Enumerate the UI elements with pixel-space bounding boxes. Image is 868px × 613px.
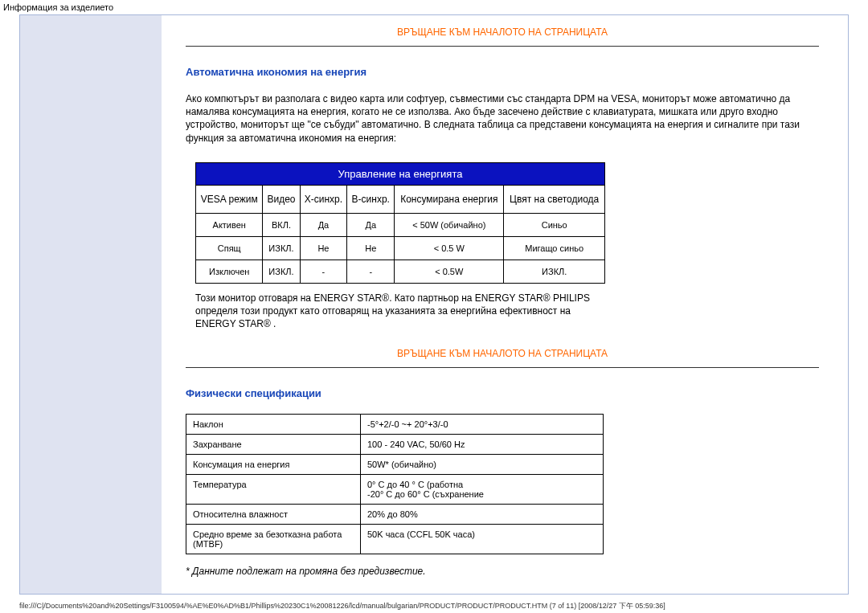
table-row: Изключен ИЗКЛ. - - < 0.5W ИЗКЛ.	[196, 260, 605, 283]
col-led: Цвят на светодиода	[504, 185, 605, 213]
col-hsync: Х-синхр.	[300, 185, 347, 213]
energy-heading: Автоматична икономия на енергия	[186, 66, 819, 78]
footer-url: file:///C|/Documents%20and%20Settings/F3…	[19, 601, 849, 611]
col-power: Консумирана енергия	[395, 185, 504, 213]
energy-paragraph: Ако компютърът ви разполага с видео карт…	[186, 92, 813, 145]
table-row: Средно време за безотказна работа (MTBF)…	[186, 525, 604, 554]
table-row: Относителна влажност 20% до 80%	[186, 505, 604, 525]
divider	[186, 367, 819, 368]
page-header: Информация за изделието	[0, 0, 868, 14]
col-vesa: VESA режим	[196, 185, 263, 213]
energy-table: Управление на енергията VESA режим Видео…	[195, 162, 605, 284]
table-row: Захранване 100 - 240 VAC, 50/60 Hz	[186, 435, 604, 455]
table-row: Спящ ИЗКЛ. Не Не < 0.5 W Мигащо синьо	[196, 236, 605, 260]
content-frame: ВРЪЩАНЕ КЪМ НАЧАЛОТО НА СТРАНИЦАТА Автом…	[19, 14, 849, 595]
col-vsync: В-синхр.	[347, 185, 395, 213]
divider	[186, 46, 819, 47]
back-to-top-label: ВРЪЩАНЕ КЪМ НАЧАЛОТО НА СТРАНИЦАТА	[397, 27, 608, 38]
table-row: Наклон -5°+2/-0 ~+ 20°+3/-0	[186, 415, 604, 435]
physical-spec-table: Наклон -5°+2/-0 ~+ 20°+3/-0 Захранване 1…	[186, 414, 604, 554]
col-video: Видео	[263, 185, 300, 213]
energy-table-header-row: VESA режим Видео Х-синхр. В-синхр. Консу…	[196, 185, 605, 213]
table-row: Активен ВКЛ. Да Да < 50W (обичайно) Синь…	[196, 213, 605, 236]
energy-star-note: Този монитор отговаря на ENERGY STAR®. К…	[195, 292, 597, 331]
table-row: Консумация на енергия 50W* (обичайно)	[186, 455, 604, 475]
back-to-top-link-2[interactable]: ВРЪЩАНЕ КЪМ НАЧАЛОТО НА СТРАНИЦАТА	[186, 348, 819, 359]
table-row: Температура 0° C до 40 ° C (работна-20° …	[186, 475, 604, 505]
physical-footnote: * Данните подлежат на промяна без предиз…	[186, 566, 819, 577]
back-to-top-link-1[interactable]: ВРЪЩАНЕ КЪМ НАЧАЛОТО НА СТРАНИЦАТА	[186, 27, 819, 38]
back-to-top-label: ВРЪЩАНЕ КЪМ НАЧАЛОТО НА СТРАНИЦАТА	[397, 348, 608, 359]
physical-heading: Физически спецификации	[186, 387, 819, 399]
content-page: ВРЪЩАНЕ КЪМ НАЧАЛОТО НА СТРАНИЦАТА Автом…	[162, 15, 848, 594]
energy-table-caption: Управление на енергията	[196, 162, 605, 185]
